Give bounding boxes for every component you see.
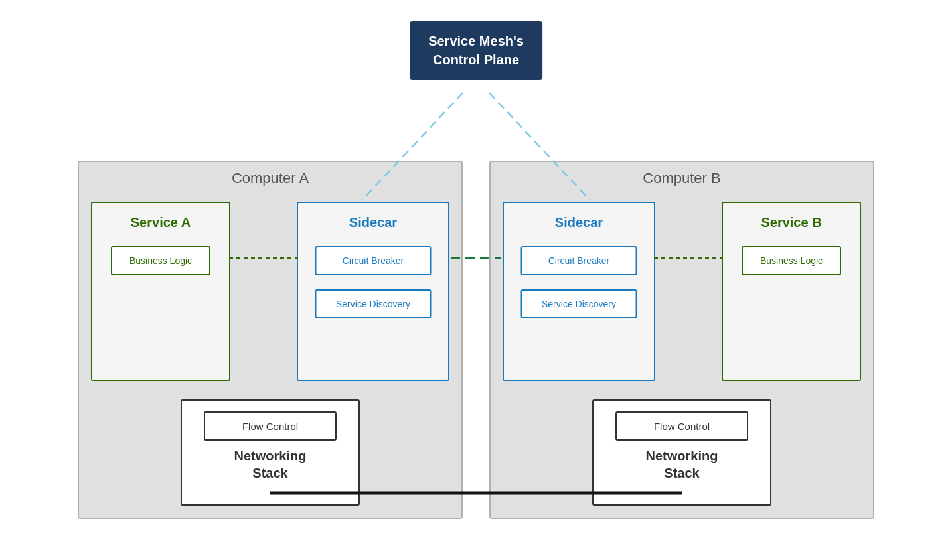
sidecar-b-box: Sidecar Circuit Breaker Service Discover… (503, 202, 655, 381)
service-b-title: Service B (761, 215, 821, 230)
control-plane-box: Service Mesh's Control Plane (410, 21, 542, 80)
sidecar-a-box: Sidecar Circuit Breaker Service Discover… (297, 202, 449, 381)
control-plane-line2: Control Plane (433, 52, 519, 67)
networking-stack-b-label: Networking Stack (646, 447, 718, 482)
service-a-title: Service A (131, 215, 191, 230)
computer-b-box: Computer B Sidecar Circuit Breaker Servi… (489, 161, 874, 519)
service-b-box: Service B Business Logic (722, 202, 861, 381)
sidecar-a-service-discovery: Service Discovery (315, 289, 432, 318)
service-a-business-logic: Business Logic (111, 246, 210, 275)
networking-stack-b-box: Flow Control Networking Stack (592, 399, 771, 506)
sidecar-b-circuit-breaker: Circuit Breaker (521, 246, 637, 275)
computer-b-label: Computer B (643, 170, 720, 187)
sidecar-a-title: Sidecar (349, 215, 397, 230)
flow-control-b: Flow Control (615, 411, 748, 441)
service-a-box: Service A Business Logic (91, 202, 230, 381)
flow-control-a: Flow Control (204, 411, 337, 441)
networking-stack-a-box: Flow Control Networking Stack (181, 399, 360, 506)
sidecar-a-circuit-breaker: Circuit Breaker (315, 246, 432, 275)
computer-a-label: Computer A (232, 170, 309, 187)
diagram-container: Service Mesh's Control Plane Computer A (44, 15, 908, 545)
networking-stack-a-label: Networking Stack (234, 447, 307, 482)
sidecar-b-title: Sidecar (555, 215, 603, 230)
computer-a-box: Computer A Service A Business Logic Side… (78, 161, 463, 519)
service-b-business-logic: Business Logic (742, 246, 841, 275)
sidecar-b-service-discovery: Service Discovery (521, 289, 637, 318)
control-plane-line1: Service Mesh's (428, 34, 524, 48)
